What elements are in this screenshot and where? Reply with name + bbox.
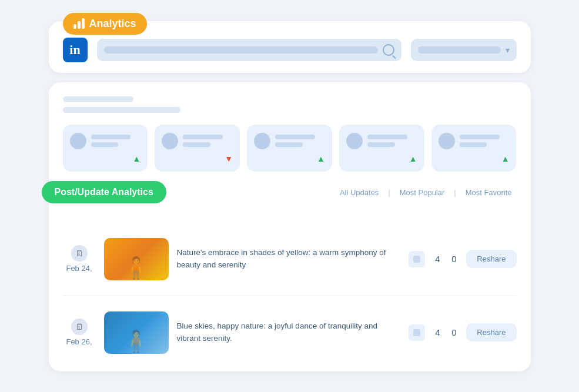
bar-chart-icon [73, 18, 85, 29]
post-1-date-block: 🗓 Feb 24, [63, 245, 96, 273]
post-1-calendar-icon: 🗓 [71, 245, 88, 262]
post-1-count1: 4 [433, 254, 441, 264]
stat-line-1a [91, 135, 131, 139]
tab-all-updates[interactable]: All Updates [335, 186, 383, 199]
stat-avatar-1 [70, 133, 86, 149]
stat-avatar-3 [254, 133, 270, 149]
post-row-1: 🗓 Feb 24, 🧍 Nature's embrace in shades o… [63, 234, 517, 284]
top-card: Analytics in ▾ [49, 21, 531, 73]
analytics-title: Analytics [89, 18, 136, 30]
tab-most-favorite[interactable]: Most Favorite [461, 186, 517, 199]
section-header: Post/Update Analytics All Updates | Most… [63, 186, 517, 199]
like-icon [412, 254, 421, 264]
post-1-count2: 0 [450, 254, 458, 264]
post-1-like-icon-box [409, 251, 425, 267]
linkedin-logo: in [63, 38, 88, 62]
post-2-like-icon-box [409, 324, 425, 341]
filter-sep-2: | [454, 188, 456, 197]
post-row-2: 🗓 Feb 26, 🧍 Blue skies, happy nature: a … [63, 308, 517, 357]
section-badge: Post/Update Analytics [42, 181, 166, 203]
stat-arrow-1: ▲ [132, 154, 140, 163]
analytics-badge: Analytics [63, 13, 147, 35]
main-card: ▲ ▼ [49, 82, 531, 371]
post-1-date: Feb 24, [66, 264, 92, 273]
post-1-thumbnail: 🧍 [104, 238, 169, 280]
search-icon [383, 44, 394, 56]
search-bar-placeholder [104, 46, 378, 53]
dropdown-selector[interactable]: ▾ [411, 39, 517, 61]
stat-arrow-2: ▼ [225, 154, 233, 163]
filter-sep-1: | [388, 188, 390, 197]
post-1-figure: 🧍 [123, 256, 149, 280]
stat-arrow-5: ▲ [501, 154, 510, 163]
post-2-count1: 4 [433, 327, 441, 337]
filter-tabs: All Updates | Most Popular | Most Favori… [335, 186, 517, 199]
stat-line-3a [275, 135, 315, 139]
post-2-text: Blue skies, happy nature: a joyful dance… [177, 320, 401, 344]
post-2-count2: 0 [450, 327, 458, 337]
stat-line-1b [91, 142, 119, 147]
placeholder-line-2 [63, 107, 180, 113]
like-icon-2 [412, 328, 421, 337]
stat-card-1: ▲ [63, 125, 148, 172]
post-2-date-block: 🗓 Feb 26, [63, 319, 96, 346]
stat-line-2b [183, 142, 210, 147]
post-2-calendar-icon: 🗓 [71, 319, 88, 335]
svg-rect-1 [413, 329, 420, 336]
placeholder-line-1 [63, 96, 133, 102]
stat-card-3: ▲ [247, 125, 332, 172]
stat-card-2: ▼ [155, 125, 240, 172]
post-divider [63, 296, 517, 296]
stat-avatar-2 [162, 133, 178, 149]
section-title: Post/Update Analytics [55, 187, 153, 197]
chevron-down-icon: ▾ [506, 45, 510, 55]
stat-arrow-3: ▲ [317, 154, 325, 163]
post-2-figure: 🧍 [123, 329, 149, 354]
stat-line-4b [367, 142, 395, 147]
post-1-stats: 4 0 Reshare [409, 250, 516, 268]
post-list: 🗓 Feb 24, 🧍 Nature's embrace in shades o… [63, 234, 517, 357]
post-2-date: Feb 26, [66, 337, 92, 346]
stat-card-4: ▲ [339, 125, 424, 172]
post-2-reshare-button[interactable]: Reshare [466, 323, 516, 341]
stat-line-3b [275, 142, 303, 147]
stat-cards-row: ▲ ▼ [63, 125, 517, 172]
svg-rect-0 [413, 256, 420, 263]
placeholder-header [63, 96, 517, 113]
post-1-text: Nature's embrace in shades of yellow: a … [177, 247, 401, 271]
tab-most-popular[interactable]: Most Popular [395, 186, 450, 199]
post-2-stats: 4 0 Reshare [409, 323, 516, 341]
stat-avatar-5 [439, 133, 455, 149]
stat-card-5: ▲ [431, 125, 517, 172]
stat-line-4a [367, 135, 407, 139]
dropdown-placeholder [418, 46, 501, 53]
app-container: Analytics in ▾ [49, 21, 531, 371]
stat-avatar-4 [346, 133, 363, 149]
stat-line-5b [460, 142, 487, 147]
stat-line-5a [460, 135, 500, 139]
stat-line-2a [183, 135, 223, 139]
stat-arrow-4: ▲ [409, 154, 417, 163]
search-bar[interactable] [97, 39, 401, 61]
post-2-thumbnail: 🧍 [104, 311, 169, 354]
post-1-reshare-button[interactable]: Reshare [466, 250, 516, 268]
